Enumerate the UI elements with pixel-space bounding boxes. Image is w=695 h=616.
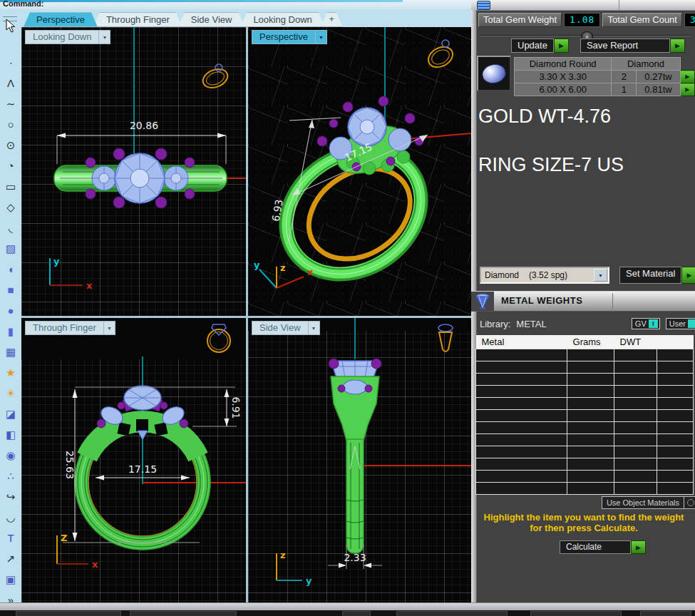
taskbar-button[interactable] [342,611,371,616]
dimension-label: 20.86 [130,120,158,131]
revolve-surface-icon[interactable]: ◖ [1,259,20,279]
metal-table-row[interactable] [476,374,694,386]
move-icon[interactable]: ↗ [1,548,20,569]
viewport-title-label: Perspective [252,30,315,44]
viewport-perspective[interactable]: 17.15 6.93 y z x Perspective ▼ [248,27,471,316]
metal-table-row[interactable] [476,471,694,483]
viewport-title-through-finger[interactable]: Through Finger ▼ [25,321,115,335]
point-group-icon[interactable]: ∴ [1,466,20,486]
perspective-canvas: 17.15 6.93 y z x [248,27,471,316]
copy-array-icon[interactable]: ▣ [1,569,20,590]
axis-label-y: y [53,256,60,267]
metal-table-row[interactable] [476,410,694,422]
extend-curve-icon[interactable]: ↪ [1,486,20,507]
viewport-through-finger[interactable]: 25.63 17.15 6.91 Z x Through Finger [21,318,246,602]
calculate-button[interactable]: Calculate [560,540,631,554]
explode-icon[interactable]: ☀ [1,383,20,404]
taskbar-button[interactable] [130,611,237,616]
dimension-label: 2.33 [344,552,366,563]
view-orientation-icon [438,324,453,351]
text-tool-icon[interactable]: T [1,528,20,548]
viewport-looking-down[interactable]: 20.86 y x Looking Down ▼ [21,27,246,316]
use-object-materials-label: Use Object Materials [602,498,684,507]
cylinder-icon[interactable]: ▮ [1,321,20,342]
surface-grid-icon[interactable]: ▦ [1,342,20,362]
gv-toggle[interactable]: GV I [632,318,660,329]
tab-perspective[interactable]: Perspective [24,12,98,27]
split-icon[interactable]: ◧ [1,424,20,445]
metal-table-row[interactable] [476,434,694,446]
circle-icon[interactable]: ○ [1,114,20,135]
tab-looking-down[interactable]: Looking Down [240,12,324,27]
gem-col-material: Diamond [612,58,681,71]
dropdown-arrow-icon[interactable]: ▼ [594,269,607,282]
polygon-icon[interactable]: ◇ [1,197,20,217]
metal-table-row[interactable] [476,446,694,458]
save-report-button[interactable]: Save Report [580,38,670,53]
tab-through-finger[interactable]: Through Finger [93,12,182,27]
surface-patch-icon[interactable]: ▨ [1,238,20,259]
command-bar[interactable]: Command: [0,0,471,10]
fillet-curve-icon[interactable]: ◟ [1,217,20,238]
set-material-run-icon[interactable]: ▶ [681,267,695,284]
view-orientation-icon [207,324,230,352]
rectangle-icon[interactable]: ▭ [1,176,20,197]
metal-table-header: Metal Grams DWT [476,335,694,349]
metal-weights-icon-box [471,292,494,311]
gem-row-run-icon[interactable]: ▶ [680,83,694,96]
gem-size: 6.00 X 6.00 [515,83,612,96]
metal-table-row[interactable] [476,361,694,374]
axis-label-x: x [92,559,98,570]
point-icon[interactable]: ∙ [1,52,20,73]
update-button[interactable]: Update [511,38,554,53]
metal-table-row[interactable] [476,349,694,361]
metal-table-row[interactable] [476,398,694,410]
user-toggle[interactable]: User [666,318,695,329]
metal-table-row[interactable] [476,422,694,434]
polyline-icon[interactable]: Λ [1,73,20,93]
viewport-side-view[interactable]: 2.33 z y Side View ▼ [248,318,471,602]
viewport-area: 20.86 y x Looking Down ▼ [21,27,471,602]
metal-table-row[interactable] [476,386,694,398]
chevron-down-icon[interactable]: ▼ [308,321,320,335]
color-circles-icon[interactable]: ◉ [1,445,20,466]
viewport-title-label: Looking Down [25,30,98,44]
box-icon[interactable]: ■ [1,279,20,300]
arc-icon[interactable]: ◔ [1,155,20,176]
metal-table-row[interactable] [476,483,694,495]
use-object-materials[interactable]: Use Object Materials [602,496,695,509]
gem-report-tab-icon[interactable] [477,1,490,10]
viewport-title-looking-down[interactable]: Looking Down ▼ [25,30,110,44]
tab-add-viewport[interactable]: + [321,12,343,27]
chevron-down-icon[interactable]: ▼ [315,30,327,44]
calculate-run-icon[interactable]: ▶ [631,540,646,554]
gem-table-row[interactable]: 6.00 X 6.00 1 0.81tw ▶ [515,83,695,96]
control-curve-icon[interactable]: ∼ [1,93,20,114]
update-run-icon[interactable]: ▶ [554,38,569,53]
taskbar-button[interactable] [16,611,121,616]
gem-thumbnail [477,56,511,91]
tab-side-view[interactable]: Side View [178,12,245,27]
dwt-col: DWT [614,335,657,349]
material-dropdown[interactable]: Diamond (3.52 spg) ▼ [480,267,609,284]
save-report-run-icon[interactable]: ▶ [670,38,685,53]
trim-icon[interactable]: ◪ [1,404,20,424]
metal-table-row[interactable] [476,458,694,471]
sphere-icon[interactable]: ● [1,300,20,321]
taskbar-button[interactable] [396,611,508,616]
viewport-title-side-view[interactable]: Side View ▼ [252,321,320,335]
material-spg: (3.52 spg) [529,270,594,280]
blend-curve-icon[interactable]: ◡ [1,507,20,528]
viewport-title-perspective[interactable]: Perspective ▼ [252,30,327,44]
taskbar-button[interactable] [530,611,622,616]
boolean-union-icon[interactable]: ★ [1,362,20,383]
chevron-down-icon[interactable]: ▼ [98,30,110,44]
chevron-down-icon[interactable]: ▼ [103,321,115,335]
gem-table-row[interactable]: 3.30 X 3.30 2 0.27tw ▶ [515,71,695,83]
gem-row-run-icon[interactable]: ▶ [680,71,694,83]
ellipse-icon[interactable]: ⊙ [1,135,20,155]
taskbar-button[interactable] [640,611,691,616]
metal-weights-title: METAL WEIGHTS [501,295,582,306]
set-material-button[interactable]: Set Material [619,267,681,284]
radio-icon[interactable] [687,499,694,506]
